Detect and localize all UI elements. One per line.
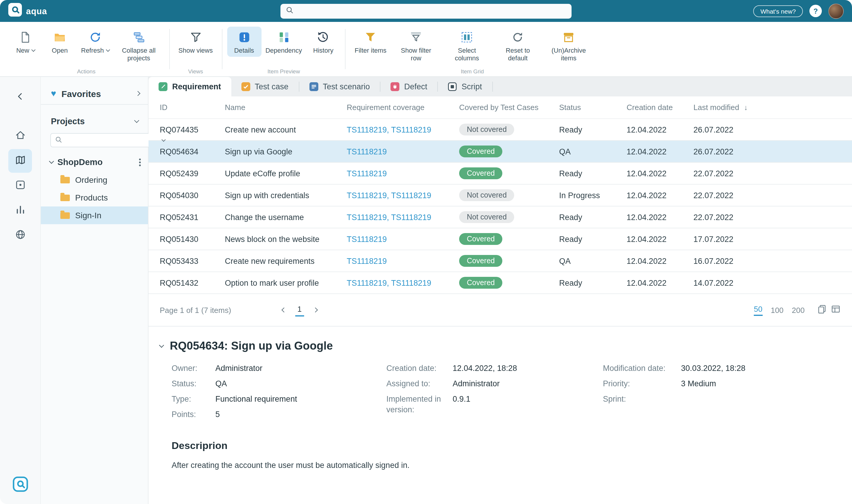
owner-label: Owner: [171,363,215,374]
implemented-value: 0.9.1 [453,394,603,404]
reports-chart-icon [15,204,26,217]
reset-to-default-button[interactable]: Reset to default [492,26,543,65]
column-header-name[interactable]: Name [225,103,347,112]
ribbon-group-label: Item Grid [348,68,597,74]
tree-folder-products[interactable]: Products [41,189,148,206]
details-button[interactable]: Details [227,26,261,57]
column-header-last-modified[interactable]: Last modified [693,103,840,112]
show-views-button[interactable]: Show views [174,26,217,57]
test-case-icon [241,82,250,91]
projects-map-icon [15,154,26,168]
rail-package-button[interactable] [8,174,32,198]
column-header-coverage[interactable]: Requirement coverage [347,103,459,112]
global-search[interactable] [280,3,572,18]
coverage-link[interactable]: TS1118219 [347,169,459,178]
collapse-sidebar-button[interactable] [8,86,32,109]
dependency-button[interactable]: Dependency [261,26,306,57]
avatar[interactable] [828,3,844,19]
projects-header[interactable]: Projects [41,112,148,131]
page-number[interactable]: 1 [295,304,304,316]
rail-globe-button[interactable] [8,223,32,247]
show-filter-row-button[interactable]: Show filter row [391,26,441,65]
chevron-down-icon [106,48,110,52]
grid-layout-icon[interactable] [831,305,840,315]
table-row[interactable]: RQ051432 Option to mark user profile TS1… [148,272,852,294]
refresh-button[interactable]: Refresh [77,26,113,57]
coverage-badge: Covered [459,145,503,157]
coverage-link[interactable]: TS1118219 [347,235,459,244]
table-row-selected[interactable]: RQ054634 Sign up via Google TS1118219 Co… [148,141,852,163]
coverage-link[interactable]: TS1118219, TS1118219 [347,213,459,221]
type-label: Type: [171,394,215,404]
filter-items-button[interactable]: Filter items [350,26,391,57]
table-row[interactable]: RQ052431 Change the username TS1118219, … [148,206,852,228]
next-page-icon[interactable] [313,308,318,313]
tree-folder-ordering[interactable]: Ordering [41,171,148,189]
coverage-badge: Covered [459,255,503,267]
coverage-link[interactable]: TS1118219 [347,256,459,265]
global-search-input[interactable] [297,6,566,16]
table-header: ID Name Requirement coverage Covered by … [148,96,852,119]
new-document-icon [19,30,32,44]
help-button[interactable]: ? [810,5,822,17]
whats-new-button[interactable]: What's new? [753,5,803,17]
owner-value: Administrator [215,363,386,374]
tab-defect[interactable]: Defect [380,77,437,96]
project-name: ShopDemo [57,157,103,167]
globe-icon [15,229,26,242]
ribbon-toolbar: New Open Refresh Collapse all projects A… [0,22,852,77]
collapse-all-projects-button[interactable]: Collapse all projects [113,26,164,65]
ribbon-group-label: Item Preview [224,68,343,74]
coverage-link[interactable]: TS1118219, TS1118219 [347,125,459,134]
tree-node-shopdemo[interactable]: ShopDemo [41,153,148,171]
aqua-logo[interactable]: aqua [8,3,47,19]
sort-descending-icon[interactable] [744,103,748,112]
details-icon [238,30,251,44]
home-icon [15,129,26,143]
description-text: After creating the account the user must… [171,461,840,470]
column-header-status[interactable]: Status [559,103,627,112]
previous-page-icon[interactable] [281,308,286,313]
ribbon-group-item-grid: Filter items Show filter row Select colu… [348,22,597,76]
page-size-100[interactable]: 100 [771,306,783,314]
aqua-logo-icon [8,3,22,19]
tab-test-case[interactable]: Test case [231,77,298,96]
page-size-200[interactable]: 200 [792,306,805,314]
column-header-id[interactable]: ID [148,103,225,112]
open-button[interactable]: Open [42,26,77,57]
copy-icon[interactable] [818,305,827,315]
favorites-row[interactable]: Favorites [41,83,148,105]
coverage-link[interactable]: TS1118219, TS1118219 [347,278,459,287]
tab-test-scenario[interactable]: Test scenario [299,77,380,96]
column-header-creation-date[interactable]: Creation date [627,103,693,112]
rail-home-button[interactable] [8,124,32,148]
collapse-details-icon[interactable] [159,343,164,348]
test-scenario-icon [309,82,318,91]
select-columns-button[interactable]: Select columns [441,26,492,65]
table-row[interactable]: RQ074435 Create new account TS1118219, T… [148,119,852,141]
kebab-menu-icon[interactable] [139,158,141,160]
rail-reports-button[interactable] [8,199,32,222]
select-columns-icon [460,30,473,44]
unarchive-items-button[interactable]: (Un)Archive items [543,26,594,65]
rail-projects-button[interactable] [8,149,32,173]
coverage-link[interactable]: TS1118219 [347,147,459,156]
tab-requirement[interactable]: Requirement [148,77,231,96]
points-value: 5 [215,409,386,420]
new-button[interactable]: New [8,26,42,57]
defect-icon [391,82,399,91]
table-row[interactable]: RQ051430 News block on the website TS111… [148,228,852,250]
table-row[interactable]: RQ053433 Create new requirements TS11182… [148,250,852,272]
column-header-covered[interactable]: Covered by Test Cases [459,103,559,112]
tab-script[interactable]: Script [438,77,492,96]
ribbon-divider [169,29,169,69]
ribbon-group-label: Actions [6,68,166,74]
tree-folder-sign-in[interactable]: Sign-In [41,206,148,224]
table-row[interactable]: RQ054030 Sign up with credentials TS1118… [148,184,852,206]
table-row[interactable]: RQ052439 Update eCoffe profile TS1118219… [148,163,852,184]
project-search-input[interactable] [65,136,159,145]
page-size-50[interactable]: 50 [754,304,762,316]
coverage-link[interactable]: TS1118219, TS1118219 [347,191,459,200]
history-button[interactable]: History [306,26,341,57]
show-views-icon [189,30,202,44]
